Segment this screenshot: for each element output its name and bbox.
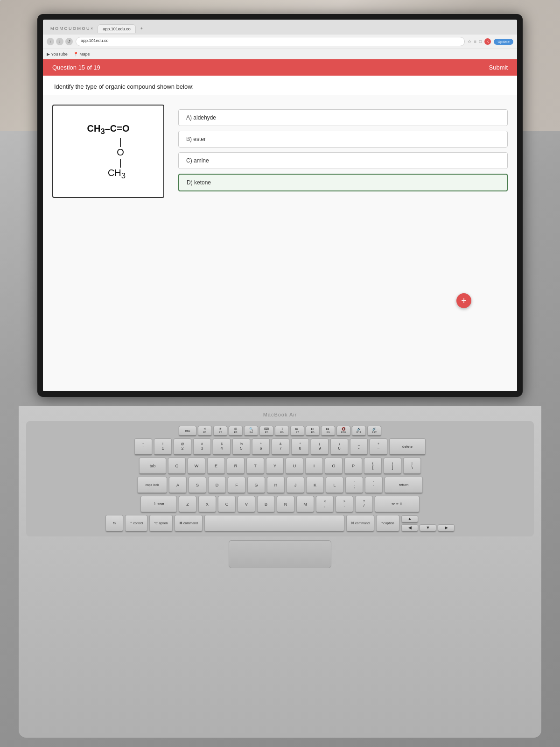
key-b[interactable]: B bbox=[257, 496, 275, 513]
key-backtick[interactable]: ~` bbox=[134, 438, 152, 455]
key-control-left[interactable]: ⌃ control bbox=[125, 515, 147, 532]
key-i[interactable]: I bbox=[305, 458, 323, 474]
key-bracket-open[interactable]: {[ bbox=[364, 458, 382, 474]
key-s[interactable]: S bbox=[189, 477, 206, 493]
key-h[interactable]: H bbox=[267, 477, 285, 493]
key-a[interactable]: A bbox=[169, 477, 187, 493]
answer-option-a[interactable]: A) aldehyde bbox=[178, 109, 508, 126]
key-f6[interactable]: ☽F6 bbox=[275, 426, 289, 436]
key-7[interactable]: &7 bbox=[272, 438, 289, 455]
answer-option-b[interactable]: B) ester bbox=[178, 131, 508, 148]
key-x[interactable]: X bbox=[198, 496, 216, 513]
key-y[interactable]: Y bbox=[266, 458, 284, 474]
address-input[interactable]: app.101edu.co bbox=[76, 37, 465, 46]
key-z[interactable]: Z bbox=[179, 496, 196, 513]
submit-button[interactable]: Submit bbox=[489, 64, 508, 71]
key-2[interactable]: @2 bbox=[174, 438, 191, 455]
key-comma[interactable]: <, bbox=[316, 496, 334, 513]
key-j[interactable]: J bbox=[287, 477, 304, 493]
key-f4[interactable]: 🔍F4 bbox=[244, 426, 258, 436]
key-f7[interactable]: ⏮F7 bbox=[290, 426, 304, 436]
tab-active[interactable]: app.101edu.co bbox=[98, 24, 136, 33]
new-tab-button[interactable]: + bbox=[137, 24, 147, 33]
plus-button[interactable]: + bbox=[456, 293, 471, 308]
key-f5[interactable]: ⌨F5 bbox=[259, 426, 273, 436]
key-q[interactable]: Q bbox=[168, 458, 186, 474]
key-arrow-right[interactable]: ▶ bbox=[438, 524, 455, 532]
key-esc[interactable]: esc bbox=[179, 426, 196, 436]
key-v[interactable]: V bbox=[238, 496, 255, 513]
key-f9[interactable]: ⏭F9 bbox=[321, 426, 335, 436]
key-6[interactable]: ^6 bbox=[252, 438, 270, 455]
key-equals[interactable]: += bbox=[370, 438, 387, 455]
answer-option-d[interactable]: D) ketone bbox=[178, 174, 508, 191]
reader-icon[interactable]: ≡ bbox=[474, 39, 476, 44]
key-f2[interactable]: ☀F2 bbox=[213, 426, 227, 436]
key-l[interactable]: L bbox=[326, 477, 343, 493]
key-d[interactable]: D bbox=[208, 477, 226, 493]
key-g[interactable]: G bbox=[247, 477, 265, 493]
key-8[interactable]: *8 bbox=[291, 438, 309, 455]
key-backslash[interactable]: |\ bbox=[403, 458, 421, 474]
forward-button[interactable]: › bbox=[56, 38, 63, 45]
key-e[interactable]: E bbox=[207, 458, 225, 474]
key-f1[interactable]: ☀F1 bbox=[198, 426, 212, 436]
key-f10[interactable]: 🔇F10 bbox=[336, 426, 350, 436]
key-c[interactable]: C bbox=[218, 496, 236, 513]
key-n[interactable]: N bbox=[277, 496, 294, 513]
key-r[interactable]: R bbox=[227, 458, 245, 474]
key-period[interactable]: >. bbox=[336, 496, 353, 513]
star-icon[interactable]: ☆ bbox=[468, 39, 471, 44]
key-1[interactable]: !1 bbox=[154, 438, 172, 455]
answer-option-c[interactable]: C) amine bbox=[178, 152, 508, 169]
key-bracket-close[interactable]: }] bbox=[384, 458, 401, 474]
key-quote[interactable]: "' bbox=[365, 477, 383, 493]
key-f[interactable]: F bbox=[228, 477, 245, 493]
bookmark-youtube[interactable]: ▶ YouTube bbox=[47, 52, 68, 56]
reload-button[interactable]: ↺ bbox=[65, 38, 73, 45]
key-4[interactable]: $4 bbox=[213, 438, 231, 455]
key-f3[interactable]: ⊞F3 bbox=[229, 426, 243, 436]
touchpad[interactable] bbox=[229, 540, 331, 568]
key-arrow-up[interactable]: ▲ bbox=[401, 515, 418, 523]
tab-inactive[interactable]: M O M O U O M O U × bbox=[47, 24, 97, 33]
key-f12[interactable]: 🔊F12 bbox=[367, 426, 381, 436]
key-u[interactable]: U bbox=[286, 458, 303, 474]
key-arrow-down[interactable]: ▼ bbox=[420, 524, 436, 532]
update-button[interactable]: Update bbox=[494, 39, 513, 45]
key-caps-lock[interactable]: caps lock bbox=[137, 477, 167, 493]
key-semicolon[interactable]: :; bbox=[345, 477, 363, 493]
key-option-left[interactable]: ⌥ option bbox=[149, 515, 173, 532]
profile-icon[interactable]: K bbox=[484, 38, 491, 45]
key-minus[interactable]: _- bbox=[350, 438, 368, 455]
bookmark-maps[interactable]: 📍 Maps bbox=[73, 52, 90, 56]
key-arrow-left[interactable]: ◀ bbox=[401, 524, 418, 532]
key-command-right[interactable]: ⌘ command bbox=[346, 515, 374, 532]
key-tab[interactable]: tab bbox=[139, 458, 166, 474]
key-p[interactable]: P bbox=[344, 458, 362, 474]
quiz-body: CH3–C=O | O | CH3 A) aldehyde B) ester bbox=[43, 95, 517, 391]
key-5[interactable]: %5 bbox=[232, 438, 250, 455]
key-w[interactable]: W bbox=[188, 458, 205, 474]
key-0[interactable]: )0 bbox=[330, 438, 348, 455]
macbook-air-label: MacBook Air bbox=[26, 412, 534, 417]
key-command-left[interactable]: ⌘ command bbox=[175, 515, 203, 532]
key-f11[interactable]: 🔉F11 bbox=[352, 426, 366, 436]
key-f8[interactable]: ⏯F8 bbox=[306, 426, 320, 436]
key-slash[interactable]: ?/ bbox=[355, 496, 373, 513]
back-button[interactable]: ‹ bbox=[47, 38, 54, 45]
key-3[interactable]: #3 bbox=[193, 438, 211, 455]
key-space[interactable] bbox=[204, 515, 344, 532]
key-option-right[interactable]: ⌥ option bbox=[376, 515, 399, 532]
key-k[interactable]: K bbox=[306, 477, 324, 493]
key-t[interactable]: T bbox=[246, 458, 264, 474]
share-icon[interactable]: □ bbox=[479, 39, 482, 44]
key-o[interactable]: O bbox=[325, 458, 343, 474]
key-delete[interactable]: delete bbox=[389, 438, 426, 455]
key-return[interactable]: return bbox=[385, 477, 423, 493]
key-shift-right[interactable]: shift ⇧ bbox=[375, 496, 420, 513]
key-shift-left[interactable]: ⇧ shift bbox=[140, 496, 177, 513]
key-9[interactable]: (9 bbox=[311, 438, 329, 455]
key-fn[interactable]: fn bbox=[105, 515, 123, 532]
key-m[interactable]: M bbox=[296, 496, 314, 513]
